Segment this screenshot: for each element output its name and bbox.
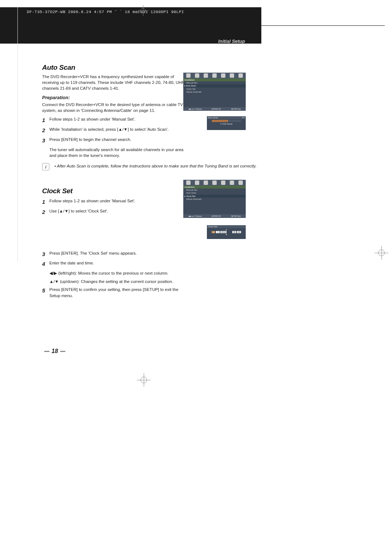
osd-autoscan-progress: Auto Scan TV 1 CHs found — [207, 116, 246, 130]
osd-footer-hint: ENTER OK — [212, 215, 221, 217]
progress-right-text: TV — [242, 117, 245, 119]
clock-field: 2010 — [220, 231, 226, 233]
osd-menu-item: Adjust channels — [183, 90, 246, 93]
osd-icon — [204, 73, 208, 78]
osd-menu: Manual Set Auto Scan Clock Set Adjust ch… — [183, 189, 246, 201]
step-row: 1 Follow steps 1-2 as shown under 'Manua… — [42, 198, 187, 206]
osd-menu-item: Clock Set — [183, 88, 246, 90]
note-text: • After Auto Scan is complete, follow th… — [54, 164, 257, 168]
step-number: 2 — [42, 126, 49, 134]
osd-icon — [195, 181, 199, 185]
osd-footer: ◀▶▲▼ Choose ENTER OK SETUP Exit — [183, 107, 246, 111]
preparation-text: Connect the DVD Recorder+VCR to the desi… — [42, 102, 187, 113]
clock-field: 1 — [212, 231, 215, 233]
osd-icon — [186, 73, 191, 78]
step-text: Press [ENTER] to confirm your setting, t… — [49, 287, 187, 299]
info-icon: i — [42, 163, 49, 170]
osd-icon — [230, 181, 234, 185]
step-sub-a: ◀/▶ (left/right): Moves the cursor to th… — [49, 270, 187, 276]
progress-bar — [212, 120, 241, 122]
up-arrow-icon: ▲ — [207, 228, 246, 231]
osd-toolbar — [183, 180, 246, 186]
step-number: 3 — [42, 250, 49, 258]
step-number: 1 — [42, 198, 49, 206]
osd-footer-hint: ENTER OK — [212, 108, 221, 110]
osd-menu-item: Manual Set — [183, 189, 246, 191]
step-text: Press [ENTER]. The 'Clock Set' menu appe… — [49, 250, 187, 258]
osd-icon — [212, 181, 217, 185]
osd-footer-hint: SETUP Exit — [231, 108, 241, 110]
osd-menu: Manual Set Auto Scan Clock Set Adjust ch… — [183, 81, 246, 94]
crop-line — [261, 25, 385, 26]
clock-fields: 1 1 2010 00 40 — [207, 231, 246, 233]
preparation-label: Preparation: — [42, 95, 293, 100]
step-row: 1 Follow steps 1-2 as shown under 'Manua… — [42, 116, 187, 124]
step-row: 3 Press [ENTER]. The 'Clock Set' menu ap… — [42, 250, 187, 258]
osd-footer: ◀▶▲▼ Choose ENTER OK SETUP Exit — [183, 214, 246, 218]
page-content: Auto Scan The DVD Recorder+VCR has a fre… — [42, 64, 293, 301]
osd-clockset-panel: Clock Set ▲ 1 1 2010 00 40 ▼ — [207, 225, 246, 239]
osd-installation-autoscan: Installation Manual Set Auto Scan Clock … — [183, 73, 246, 111]
step-text: Follow steps 1-2 as shown under 'Manual … — [49, 116, 187, 124]
clock-field: 40 — [237, 231, 241, 233]
crop-line-left — [17, 7, 18, 262]
registration-mark-icon — [140, 7, 146, 14]
section-title-clockset: Clock Set — [42, 187, 293, 195]
file-info-text: DF-T35-37D2P-WB 2006.8.24 4:57 PM ˘ ` 18… — [27, 10, 184, 14]
osd-menu-item: Adjust channels — [183, 198, 246, 200]
osd-installation-clockset: Installation Manual Set Auto Scan Clock … — [183, 180, 246, 218]
osd-icon — [221, 181, 225, 185]
breadcrumb: Initial Setup — [218, 39, 245, 44]
osd-footer-hint: SETUP Exit — [231, 215, 241, 217]
progress-title-text: Auto Scan — [208, 117, 218, 119]
osd-icon — [204, 181, 208, 185]
step-number: 5 — [42, 287, 49, 299]
step-row: 5 Press [ENTER] to confirm your setting,… — [42, 287, 187, 299]
step-sub-b: ▲/▼ (up/down): Changes the setting at th… — [49, 279, 187, 285]
step-row: 2 Use [▲/▼] to select 'Clock Set'. — [42, 208, 187, 216]
clock-field: 00 — [232, 231, 236, 233]
clockset-steps: 1 Follow steps 1-2 as shown under 'Manua… — [42, 198, 187, 299]
osd-progress-title: Auto Scan TV — [207, 116, 246, 119]
osd-icon — [221, 73, 225, 78]
down-arrow-icon: ▼ — [207, 234, 246, 236]
step-text: Use [▲/▼] to select 'Clock Set'. — [49, 208, 187, 216]
page-number: 18 — [42, 348, 68, 355]
section-title-autoscan: Auto Scan — [42, 64, 293, 72]
note-body: After Auto Scan is complete, follow the … — [57, 164, 257, 168]
step-row: 2 While 'Installation' is selected, pres… — [42, 126, 187, 134]
registration-mark-icon — [377, 249, 385, 257]
osd-menu-item: Auto Scan — [183, 191, 246, 194]
step-text: Press [ENTER] to begin the channel searc… — [49, 137, 187, 145]
osd-section-label: Installation — [183, 78, 246, 81]
osd-icon — [238, 181, 243, 185]
clock-field: 1 — [216, 231, 220, 233]
clock-panel-title: Clock Set — [207, 225, 246, 228]
osd-toolbar — [183, 73, 246, 78]
step-text: While 'Installation' is selected, press … — [49, 126, 187, 134]
step-text: Follow steps 1-2 as shown under 'Manual … — [49, 198, 187, 206]
osd-icon — [195, 73, 199, 78]
step-number: 1 — [42, 116, 49, 124]
osd-menu-item: Manual Set — [183, 81, 246, 84]
osd-menu-item-selected: Auto Scan — [183, 84, 246, 87]
osd-icon — [212, 73, 217, 78]
osd-menu-item-selected: Clock Set — [183, 195, 246, 198]
osd-icon — [238, 73, 243, 78]
step-number: 2 — [42, 208, 49, 216]
step-row: 4 Enter the date and time. — [42, 260, 187, 268]
note-row: i • After Auto Scan is complete, follow … — [42, 164, 293, 171]
intro-text: The DVD Recorder+VCR has a frequency syn… — [42, 74, 187, 91]
osd-icon — [230, 73, 234, 78]
autoscan-steps: 1 Follow steps 1-2 as shown under 'Manua… — [42, 116, 187, 159]
registration-mark-icon — [140, 376, 148, 384]
osd-section-label: Installation — [183, 186, 246, 189]
osd-footer-hint: ◀▶▲▼ Choose — [188, 108, 202, 110]
step-number: 3 — [42, 137, 49, 145]
step-number: 4 — [42, 260, 49, 268]
step-extra-text: The tuner will automatically search for … — [49, 147, 187, 159]
step-text: Enter the date and time. — [49, 260, 187, 268]
progress-status-text: 1 CHs found — [208, 123, 244, 125]
osd-icon — [186, 181, 191, 185]
osd-footer-hint: ◀▶▲▼ Choose — [188, 215, 202, 217]
